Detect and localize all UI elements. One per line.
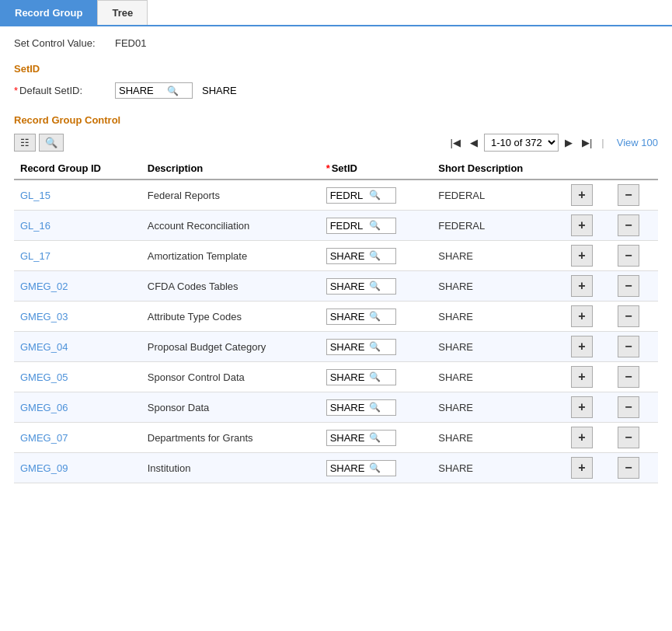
record-group-id-link[interactable]: GL_15 bbox=[20, 190, 50, 201]
remove-row-btn[interactable]: − bbox=[618, 275, 639, 297]
cell-short-description: SHARE bbox=[432, 271, 565, 302]
setid-search-btn[interactable]: 🔍 bbox=[367, 190, 382, 200]
cell-record-group-id: GL_17 bbox=[14, 241, 141, 271]
add-row-btn[interactable]: + bbox=[571, 336, 593, 357]
cell-setid: 🔍 bbox=[320, 332, 433, 362]
setid-field[interactable] bbox=[330, 281, 367, 292]
tab-bar: Record Group Tree bbox=[0, 0, 672, 26]
table-body: GL_15Federal Reports🔍FEDERAL+−GL_16Accou… bbox=[14, 180, 658, 483]
col-header-action1 bbox=[565, 158, 611, 180]
add-row-btn[interactable]: + bbox=[571, 275, 593, 297]
prev-page-btn[interactable]: ◀ bbox=[467, 135, 481, 150]
cell-short-description: SHARE bbox=[432, 241, 565, 271]
add-row-btn[interactable]: + bbox=[571, 396, 593, 418]
add-row-btn[interactable]: + bbox=[571, 427, 593, 448]
add-row-btn[interactable]: + bbox=[571, 184, 593, 206]
tab-record-group[interactable]: Record Group bbox=[0, 0, 97, 25]
cell-description: Proposal Budget Category bbox=[141, 332, 320, 362]
setid-input-group: 🔍 bbox=[326, 278, 396, 295]
record-group-id-link[interactable]: GMEG_07 bbox=[20, 432, 68, 444]
default-setid-search-btn[interactable]: 🔍 bbox=[165, 85, 180, 96]
tabs-container: Record Group Tree bbox=[0, 0, 672, 26]
setid-search-btn[interactable]: 🔍 bbox=[367, 462, 382, 473]
setid-field[interactable] bbox=[330, 432, 367, 444]
cell-record-group-id: GMEG_09 bbox=[14, 453, 141, 483]
view-100-link[interactable]: View 100 bbox=[617, 137, 658, 148]
remove-row-btn[interactable]: − bbox=[618, 305, 639, 327]
cell-record-group-id: GMEG_02 bbox=[14, 271, 141, 302]
record-group-id-link[interactable]: GL_16 bbox=[20, 220, 50, 232]
setid-field[interactable] bbox=[330, 220, 367, 232]
setid-search-btn[interactable]: 🔍 bbox=[367, 371, 382, 382]
remove-row-btn[interactable]: − bbox=[618, 184, 639, 206]
cell-remove: − bbox=[611, 453, 658, 483]
pag-divider: | bbox=[601, 137, 604, 148]
cell-short-description: FEDERAL bbox=[432, 211, 565, 241]
last-page-btn[interactable]: ▶| bbox=[579, 135, 595, 150]
search-toolbar-btn[interactable]: 🔍 bbox=[39, 134, 64, 152]
setid-section: SetID Default SetID: 🔍 SHARE bbox=[14, 63, 658, 99]
record-group-id-link[interactable]: GMEG_03 bbox=[20, 311, 68, 322]
table-row: GMEG_06Sponsor Data🔍SHARE+− bbox=[14, 392, 658, 423]
add-row-btn[interactable]: + bbox=[571, 366, 593, 388]
setid-search-btn[interactable]: 🔍 bbox=[367, 220, 382, 231]
cell-setid: 🔍 bbox=[320, 362, 433, 392]
tab-tree[interactable]: Tree bbox=[97, 0, 148, 25]
setid-search-btn[interactable]: 🔍 bbox=[367, 341, 382, 352]
cell-setid: 🔍 bbox=[320, 211, 433, 241]
remove-row-btn[interactable]: − bbox=[618, 457, 639, 479]
remove-row-btn[interactable]: − bbox=[618, 427, 639, 448]
setid-field[interactable] bbox=[330, 250, 367, 262]
control-value: FED01 bbox=[115, 37, 146, 49]
setid-search-btn[interactable]: 🔍 bbox=[367, 250, 382, 261]
remove-row-btn[interactable]: − bbox=[618, 214, 639, 236]
table-row: GMEG_03Attribute Type Codes🔍SHARE+− bbox=[14, 302, 658, 332]
record-group-id-link[interactable]: GMEG_06 bbox=[20, 402, 68, 413]
setid-field[interactable] bbox=[330, 371, 367, 383]
grid-view-btn[interactable]: ☷ bbox=[14, 134, 36, 152]
remove-row-btn[interactable]: − bbox=[618, 396, 639, 418]
remove-row-btn[interactable]: − bbox=[618, 336, 639, 357]
setid-search-btn[interactable]: 🔍 bbox=[367, 402, 382, 413]
setid-field[interactable] bbox=[330, 190, 367, 201]
add-row-btn[interactable]: + bbox=[571, 305, 593, 327]
setid-search-btn[interactable]: 🔍 bbox=[367, 311, 382, 322]
record-group-id-link[interactable]: GMEG_02 bbox=[20, 281, 68, 292]
table-row: GMEG_05Sponsor Control Data🔍SHARE+− bbox=[14, 362, 658, 392]
add-row-btn[interactable]: + bbox=[571, 245, 593, 267]
cell-remove: − bbox=[611, 302, 658, 332]
setid-field[interactable] bbox=[330, 402, 367, 413]
next-page-btn[interactable]: ▶ bbox=[562, 135, 576, 150]
page-range-select[interactable]: 1-10 of 372 bbox=[484, 134, 559, 152]
cell-add: + bbox=[565, 302, 611, 332]
add-row-btn[interactable]: + bbox=[571, 457, 593, 479]
remove-row-btn[interactable]: − bbox=[618, 245, 639, 267]
record-group-id-link[interactable]: GL_17 bbox=[20, 250, 50, 262]
cell-short-description: SHARE bbox=[432, 453, 565, 483]
record-group-id-link[interactable]: GMEG_09 bbox=[20, 462, 68, 474]
setid-field[interactable] bbox=[330, 462, 367, 474]
table-row: GL_17Amortization Template🔍SHARE+− bbox=[14, 241, 658, 271]
table-header: Record Group ID Description SetID Short … bbox=[14, 158, 658, 180]
setid-search-btn[interactable]: 🔍 bbox=[367, 281, 382, 291]
col-header-action2 bbox=[611, 158, 658, 180]
cell-short-description: SHARE bbox=[432, 302, 565, 332]
remove-row-btn[interactable]: − bbox=[618, 366, 639, 388]
col-header-setid: SetID bbox=[320, 158, 433, 180]
setid-input-group: 🔍 bbox=[326, 309, 396, 325]
first-page-btn[interactable]: |◀ bbox=[447, 135, 464, 150]
setid-field[interactable] bbox=[330, 341, 367, 353]
cell-remove: − bbox=[611, 211, 658, 241]
cell-short-description: SHARE bbox=[432, 332, 565, 362]
default-setid-input[interactable] bbox=[119, 85, 165, 96]
control-value-label: Set Control Value: bbox=[14, 37, 115, 49]
col-header-record-group-id: Record Group ID bbox=[14, 158, 141, 180]
default-setid-display: SHARE bbox=[202, 85, 237, 96]
record-group-id-link[interactable]: GMEG_04 bbox=[20, 341, 68, 353]
toolbar: ☷ 🔍 |◀ ◀ 1-10 of 372 ▶ ▶| | View 100 bbox=[14, 134, 658, 152]
setid-field[interactable] bbox=[330, 311, 367, 322]
record-group-id-link[interactable]: GMEG_05 bbox=[20, 371, 68, 383]
add-row-btn[interactable]: + bbox=[571, 214, 593, 236]
cell-description: Amortization Template bbox=[141, 241, 320, 271]
setid-search-btn[interactable]: 🔍 bbox=[367, 432, 382, 443]
